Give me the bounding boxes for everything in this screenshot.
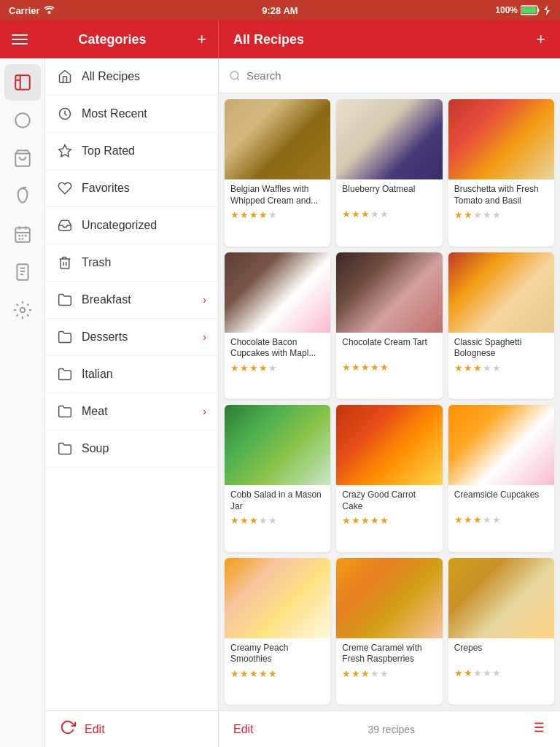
star-icon: ★ — [342, 209, 351, 220]
status-time: 9:28 AM — [262, 5, 298, 16]
star-icon: ★ — [240, 209, 249, 220]
category-item-breakfast[interactable]: Breakfast › — [45, 282, 218, 319]
recipe-card[interactable]: Blueberry Oatmeal★★★★★ — [336, 99, 442, 247]
list-view-icon[interactable] — [529, 719, 545, 739]
category-item-italian[interactable]: Italian — [45, 356, 218, 393]
search-input[interactable] — [246, 69, 550, 82]
recipes-title: All Recipes — [233, 32, 304, 47]
recipe-name: Crazy Good Carrot Cake — [342, 489, 436, 512]
status-bar: Carrier 9:28 AM 100% — [0, 0, 560, 20]
category-item-all-recipes[interactable]: All Recipes — [45, 58, 218, 96]
category-item-most-recent[interactable]: Most Recent — [45, 96, 218, 133]
star-icon: ★ — [268, 363, 277, 374]
star-icon: ★ — [370, 209, 379, 220]
add-category-button[interactable]: + — [197, 31, 206, 47]
category-item-favorites[interactable]: Favorites — [45, 170, 218, 207]
svg-rect-2 — [522, 7, 537, 14]
recipe-card[interactable]: Bruschetta with Fresh Tomato and Basil★★… — [448, 99, 554, 247]
recipe-thumbnail — [448, 558, 554, 638]
header-categories: Categories + — [0, 20, 219, 58]
star-icon: ★ — [240, 515, 249, 526]
chevron-right-icon: › — [203, 331, 206, 343]
star-icon: ★ — [492, 363, 501, 374]
category-item-meat[interactable]: Meat › — [45, 393, 218, 430]
recipe-name: Chocolate Bacon Cupcakes with Mapl... — [230, 337, 324, 360]
status-battery: 100% — [495, 5, 551, 15]
star-icon: ★ — [230, 209, 239, 220]
folder-icon — [57, 366, 73, 382]
sidebar-icon-cookbook[interactable] — [4, 64, 41, 101]
recipe-card[interactable]: Chocolate Bacon Cupcakes with Mapl...★★★… — [225, 252, 330, 400]
sidebar-icon-nutrition[interactable] — [4, 178, 41, 214]
star-icon: ★ — [351, 668, 360, 679]
categories-footer: Edit — [45, 711, 218, 747]
refresh-icon[interactable] — [60, 719, 76, 739]
star-icon: ★ — [464, 209, 472, 220]
clock-icon — [57, 106, 73, 122]
recipe-card[interactable]: Creme Caramel with Fresh Raspberries★★★★… — [336, 558, 442, 705]
star-icon: ★ — [240, 363, 249, 374]
header-recipes: All Recipes + — [219, 20, 560, 58]
star-icon: ★ — [259, 515, 268, 526]
recipe-card[interactable]: Cobb Salad in a Mason Jar★★★★★ — [225, 405, 330, 552]
star-icon: ★ — [268, 668, 277, 679]
folder-icon — [57, 441, 73, 457]
category-item-soup[interactable]: Soup — [45, 430, 218, 468]
categories-list: All Recipes Most Recent — [45, 58, 218, 711]
heart-icon — [57, 180, 73, 196]
recipe-stars: ★★★★★ — [454, 363, 548, 374]
sidebar-icon-discover[interactable] — [4, 102, 41, 139]
star-icon: ★ — [240, 668, 249, 679]
svg-marker-8 — [19, 117, 26, 124]
svg-line-29 — [237, 78, 239, 80]
star-icon: ★ — [230, 515, 239, 526]
star-icon: ★ — [249, 668, 258, 679]
sidebar-icon-calendar[interactable] — [4, 216, 41, 252]
svg-marker-25 — [59, 145, 71, 157]
star-icon: ★ — [351, 209, 360, 220]
hamburger-menu-icon[interactable] — [12, 34, 28, 44]
star-icon: ★ — [361, 209, 370, 220]
svg-rect-19 — [17, 264, 28, 280]
sidebar-icon-cards[interactable] — [4, 254, 41, 290]
recipe-thumbnail — [225, 99, 330, 179]
category-label: Uncategorized — [82, 219, 206, 232]
star-icon: ★ — [380, 668, 389, 679]
svg-marker-3 — [544, 5, 550, 15]
star-icon: ★ — [259, 668, 268, 679]
recipe-thumbnail — [336, 405, 442, 485]
star-icon: ★ — [249, 515, 258, 526]
star-icon: ★ — [492, 209, 501, 220]
recipes-grid: Belgian Waffles with Whipped Cream and..… — [219, 93, 560, 711]
recipe-stars: ★★★★★ — [454, 514, 548, 525]
add-recipe-button[interactable]: + — [536, 31, 545, 47]
star-icon: ★ — [249, 209, 258, 220]
recipe-card[interactable]: Belgian Waffles with Whipped Cream and..… — [225, 99, 330, 247]
recipe-card[interactable]: Creamy Peach Smoothies★★★★★ — [225, 558, 330, 705]
chevron-right-icon: › — [203, 406, 206, 417]
star-icon: ★ — [464, 514, 472, 525]
recipe-card[interactable]: Creamsicle Cupcakes★★★★★ — [448, 405, 554, 552]
star-icon: ★ — [473, 363, 482, 374]
categories-edit-button[interactable]: Edit — [85, 723, 105, 736]
recipe-card[interactable]: Chocolate Cream Tart★★★★★ — [336, 252, 442, 400]
category-label: Favorites — [82, 182, 206, 195]
star-icon: ★ — [454, 363, 463, 374]
star-icon: ★ — [259, 209, 268, 220]
category-item-desserts[interactable]: Desserts › — [45, 319, 218, 356]
recipe-card[interactable]: Crazy Good Carrot Cake★★★★★ — [336, 405, 442, 552]
category-item-top-rated[interactable]: Top Rated — [45, 133, 218, 170]
recipe-card[interactable]: Crepes★★★★★ — [448, 558, 554, 705]
category-item-uncategorized[interactable]: Uncategorized — [45, 207, 218, 244]
svg-point-7 — [15, 113, 30, 128]
star-icon: ★ — [370, 515, 379, 526]
recipe-name: Bruschetta with Fresh Tomato and Basil — [454, 184, 548, 206]
recipes-panel: Belgian Waffles with Whipped Cream and..… — [219, 58, 560, 747]
recipe-name: Cobb Salad in a Mason Jar — [230, 489, 324, 512]
recipes-edit-button[interactable]: Edit — [233, 723, 254, 736]
sidebar-icon-shopping[interactable] — [4, 140, 41, 177]
recipe-card[interactable]: Classic Spaghetti Bolognese★★★★★ — [448, 252, 554, 400]
category-item-trash[interactable]: Trash — [45, 244, 218, 282]
svg-point-23 — [20, 308, 25, 313]
sidebar-icon-settings[interactable] — [4, 292, 41, 328]
